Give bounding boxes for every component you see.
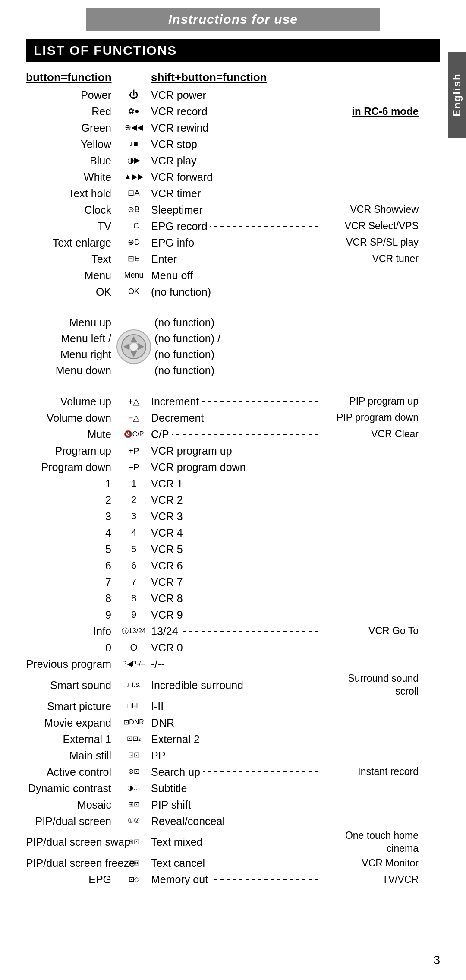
shift-prog-down: VCR program down [151,460,324,474]
table-row: 99VCR 9 [26,607,419,623]
table-row: Text hold ⊟A VCR timer [26,185,419,202]
table-row: PIP/dual screen swap ⊕⊡ Text mixed One t… [26,829,419,855]
svg-point-5 [129,342,138,351]
nav-body [116,329,151,364]
nav-cluster-row: Menu up Menu left / Menu right Menu down [26,316,419,377]
shift-movie-expand: DNR [151,716,324,730]
rc6-mute: VCR Clear [324,428,419,441]
btn-green: Green [26,121,116,135]
shift-epg: Memory out [151,873,324,887]
table-row: Red ✿● VCR record in RC-6 mode [26,103,419,120]
shift-green: VCR rewind [151,121,324,135]
table-row: Mute 🔇C/P C/P VCR Clear [26,426,419,443]
icon-1: 1 [116,477,151,490]
btn-prog-down: Program down [26,460,116,474]
btn-pip-freeze: PIP/dual screen freeze [26,856,116,870]
table-row: Dynamic contrast ◑… Subtitle [26,780,419,797]
icon-2: 2 [116,494,151,506]
shift-yellow: VCR stop [151,137,324,152]
table-row: 66VCR 6 [26,557,419,574]
table-row: Clock ⊙B Sleeptimer VCR Showview [26,202,419,218]
table-row: Movie expand ⊡DNR DNR [26,714,419,731]
btn-text-enlarge: Text enlarge [26,236,116,250]
shift-vol-up: Increment [151,395,324,409]
btn-menu-right: Menu right [60,348,111,361]
icon-vol-up: +△ [116,396,151,407]
icon-clock: ⊙B [116,205,151,215]
btn-red: Red [26,104,116,119]
btn-mosaic: Mosaic [26,798,116,812]
section-title: LIST OF FUNCTIONS [34,43,177,57]
icon-yellow: ♪■ [116,139,151,149]
shift-3: VCR 3 [151,509,324,524]
table-row: Power ⏻ VCR power [26,87,419,103]
shift-blue: VCR play [151,154,324,168]
rc6-smart-sound: Surround sound scroll [324,672,419,698]
rc6-info: VCR Go To [324,625,419,638]
icon-epg: ⊡◇ [116,875,151,884]
table-row: Program down −P VCR program down [26,459,419,475]
table-row: Program up +P VCR program up [26,443,419,459]
shift-red: VCR record [151,104,324,119]
table-row: 0 O VCR 0 [26,639,419,656]
icon-movie-expand: ⊡DNR [116,718,151,727]
table-row: 33VCR 3 [26,508,419,525]
page-title-bar: Instructions for use [86,8,380,31]
shift-main-still: PP [151,749,324,763]
shift-7: VCR 7 [151,575,324,589]
page-number: 3 [433,953,440,967]
btn-prev-prog: Previous program [26,657,116,671]
shift-0: VCR 0 [151,641,324,655]
btn-smart-pic: Smart picture [26,699,116,714]
btn-pip-dual: PIP/dual screen [26,814,116,828]
icon-0: O [116,642,151,654]
table-row: Text ⊟E Enter VCR tuner [26,251,419,267]
shift-pip-swap: Text mixed [151,835,324,849]
table-row: PIP/dual screen ①② Reveal/conceal [26,813,419,829]
english-sidebar: English [448,52,466,138]
table-row: External 1 ⊡⊡₂ External 2 [26,731,419,747]
icon-prog-down: −P [116,462,151,473]
icon-green: ⊕◀◀ [116,123,151,133]
btn-menu: Menu [26,269,116,283]
btn-8: 8 [26,591,116,606]
rc6-active-ctrl: Instant record [324,765,419,778]
btn-menu-up: Menu up [69,316,111,329]
shift-power: VCR power [151,88,324,102]
rc6-pip-swap: One touch home cinema [324,829,419,855]
icon-6: 6 [116,560,151,572]
spacer-row [26,300,419,316]
shift-8: VCR 8 [151,591,324,606]
column-headers: button=function shift+button=function [26,71,419,84]
nav-cluster-icon [116,329,151,364]
table-row: 77VCR 7 [26,574,419,590]
shift-pip-freeze: Text cancel [151,856,324,870]
icon-active-ctrl: ⊘⊡ [116,767,151,776]
btn-text-hold: Text hold [26,187,116,201]
btn-vol-down: Volume down [26,411,116,425]
shift-menu-up: (no function) [154,316,419,329]
icon-pip-swap: ⊕⊡ [116,838,151,847]
btn-pip-swap: PIP/dual screen swap [26,835,116,849]
table-row: Blue ◑▶ VCR play [26,152,419,169]
table-row: EPG ⊡◇ Memory out TV/VCR [26,872,419,888]
table-row: Volume down −△ Decrement PIP program dow… [26,410,419,426]
shift-menu-right: (no function) [154,348,419,361]
icon-white: ▲▶▶ [116,172,151,182]
table-row: PIP/dual screen freeze ⊡⊠ Text cancel VC… [26,855,419,872]
rc6-text: VCR tuner [324,253,419,266]
shift-white: VCR forward [151,170,324,184]
section-header: LIST OF FUNCTIONS [26,39,440,62]
btn-mute: Mute [26,427,116,442]
shift-menu-left: (no function) / [154,332,419,345]
btn-ok: OK [26,285,116,299]
col-shift-label: shift+button=function [151,71,267,84]
icon-9: 9 [116,609,151,621]
icon-pip-freeze: ⊡⊠ [116,859,151,868]
icon-text-hold: ⊟A [116,188,151,198]
table-row: Menu Menu Menu off [26,267,419,284]
shift-9: VCR 9 [151,608,324,622]
icon-mosaic: ⊞⊡ [116,800,151,809]
btn-smart-sound: Smart sound [26,678,116,692]
icon-ext1: ⊡⊡₂ [116,734,151,743]
